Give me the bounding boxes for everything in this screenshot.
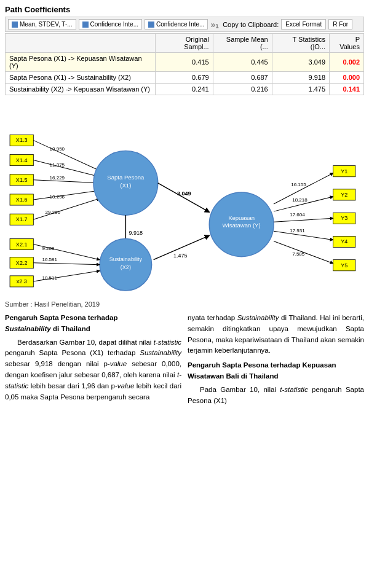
svg-text:16.155: 16.155: [291, 182, 306, 187]
section-title: Path Coefficients: [5, 5, 364, 14]
svg-text:3.049: 3.049: [177, 190, 191, 197]
svg-text:X1.5: X1.5: [16, 177, 28, 183]
btn-mean-label: Mean, STDEV, T-...: [20, 21, 73, 28]
svg-text:10.950: 10.950: [49, 146, 65, 152]
more-indicator: »₁: [210, 20, 219, 29]
btn-conf1[interactable]: Confidence Inte...: [79, 19, 142, 29]
col-header-original: Original Sampl...: [155, 34, 213, 53]
right-heading: Pengaruh Sapta Pesona terhadap Kepuasan …: [188, 360, 364, 382]
left-heading-text1: Pengaruh Sapta Pesona terhadap: [5, 314, 117, 321]
row-original: 0.415: [155, 53, 213, 72]
btn-conf2[interactable]: Confidence Inte...: [145, 19, 208, 29]
svg-text:10.511: 10.511: [42, 275, 57, 281]
svg-text:Sapta Pesona: Sapta Pesona: [107, 174, 145, 181]
svg-text:16.581: 16.581: [42, 257, 57, 262]
svg-text:Y3: Y3: [341, 215, 347, 221]
table-icon: [12, 22, 18, 28]
svg-text:7.585: 7.585: [292, 251, 305, 257]
row-pvalue: 0.141: [330, 84, 364, 95]
svg-text:11.375: 11.375: [49, 162, 65, 168]
diagram-svg: X1.3 X1.4 X1.5 X1.6 X1.7 10.950 11.375 1…: [5, 101, 364, 298]
svg-text:Y4: Y4: [341, 238, 347, 245]
right-heading-text: Pengaruh Sapta Pesona terhadap Kepuasan …: [188, 361, 336, 380]
row-label: Sustainability (X2) -> Kepuasan Wisatawa…: [6, 84, 156, 95]
svg-text:Wisatawan (Y): Wisatawan (Y): [223, 222, 261, 229]
svg-line-14: [33, 180, 100, 183]
content-area: Pengaruh Sapta Pesona terhadap Sustainab…: [5, 313, 364, 410]
svg-text:x2.3: x2.3: [17, 278, 27, 284]
col-header-label: [6, 34, 156, 53]
right-para1: nyata terhadap Sustainability di Thailan…: [188, 313, 364, 356]
svg-text:9.209: 9.209: [42, 246, 55, 251]
left-para1: Berdasarkan Gambar 10, dapat dilihat nil…: [5, 337, 181, 403]
svg-text:1.475: 1.475: [173, 253, 188, 259]
row-tstat: 1.475: [272, 84, 329, 95]
svg-line-18: [33, 198, 100, 219]
svg-text:X2.2: X2.2: [16, 260, 28, 266]
svg-line-16: [33, 190, 100, 200]
table-icon2: [82, 22, 89, 28]
svg-line-40: [33, 263, 100, 265]
left-heading-text2: di Thailand: [53, 325, 90, 332]
left-column: Pengaruh Sapta Pesona terhadap Sustainab…: [5, 313, 181, 410]
row-sample-mean: 0.216: [213, 84, 272, 95]
svg-text:Kepuasan: Kepuasan: [228, 214, 255, 221]
svg-line-12: [33, 160, 100, 177]
btn-mean[interactable]: Mean, STDEV, T-...: [8, 19, 76, 29]
svg-text:Y5: Y5: [341, 262, 347, 269]
svg-text:16.229: 16.229: [49, 175, 65, 181]
svg-text:Y2: Y2: [341, 192, 347, 198]
svg-text:X1.4: X1.4: [16, 157, 28, 163]
svg-text:9.918: 9.918: [129, 230, 143, 236]
svg-text:29.260: 29.260: [45, 210, 60, 215]
svg-text:X1.3: X1.3: [16, 137, 28, 143]
row-pvalue: 0.002: [330, 53, 364, 72]
source-text: Sumber : Hasil Penelitian, 2019: [5, 300, 364, 308]
row-label: Sapta Pesona (X1) -> Kepuasan Wisatawan …: [6, 53, 156, 72]
table-row: Sapta Pesona (X1) -> Sustainability (X2)…: [6, 72, 364, 84]
copy-label: Copy to Clipboard:: [223, 21, 279, 28]
col-header-tstat: T Statistics (|O...: [272, 34, 329, 53]
svg-text:(X2): (X2): [121, 264, 131, 270]
right-para2: Pada Gambar 10, nilai t-statistic pengar…: [188, 385, 364, 407]
row-original: 0.241: [155, 84, 213, 95]
toolbar: Mean, STDEV, T-... Confidence Inte... Co…: [5, 17, 364, 32]
col-header-pval: P Values: [330, 34, 364, 53]
svg-text:17.604: 17.604: [290, 212, 305, 218]
svg-line-23: [158, 183, 210, 212]
svg-text:Y1: Y1: [341, 168, 347, 174]
row-original: 0.679: [155, 72, 213, 84]
svg-text:X2.1: X2.1: [16, 241, 28, 248]
btn-conf2-label: Confidence Inte...: [156, 21, 204, 28]
row-sample-mean: 0.445: [213, 53, 272, 72]
svg-text:X1.7: X1.7: [16, 216, 28, 222]
row-sample-mean: 0.687: [213, 72, 272, 84]
row-pvalue: 0.000: [330, 72, 364, 84]
svg-text:18.218: 18.218: [292, 197, 308, 203]
svg-text:17.931: 17.931: [290, 228, 305, 233]
excel-btn[interactable]: Excel Format: [281, 19, 326, 29]
right-column: nyata terhadap Sustainability di Thailan…: [188, 313, 364, 410]
row-label: Sapta Pesona (X1) -> Sustainability (X2): [6, 72, 156, 84]
left-heading: Pengaruh Sapta Pesona terhadap Sustainab…: [5, 313, 181, 335]
table-row: Sapta Pesona (X1) -> Kepuasan Wisatawan …: [6, 53, 364, 72]
svg-text:Sustainability: Sustainability: [109, 256, 143, 262]
diagram-container: X1.3 X1.4 X1.5 X1.6 X1.7 10.950 11.375 1…: [5, 101, 364, 298]
svg-text:X1.6: X1.6: [16, 197, 28, 203]
row-tstat: 3.049: [272, 53, 329, 72]
table-icon3: [148, 22, 154, 28]
row-tstat: 9.918: [272, 72, 329, 84]
svg-text:(X1): (X1): [120, 182, 131, 189]
svg-text:10.296: 10.296: [49, 194, 65, 200]
coef-table: Original Sampl... Sample Mean (... T Sta…: [5, 33, 364, 95]
table-row: Sustainability (X2) -> Kepuasan Wisatawa…: [6, 84, 364, 95]
svg-line-10: [33, 140, 100, 170]
left-heading-em: Sustainability: [5, 325, 51, 332]
r-format-btn[interactable]: R For: [328, 19, 352, 29]
svg-line-61: [274, 218, 333, 222]
col-header-sample: Sample Mean (...: [213, 34, 272, 53]
btn-conf1-label: Confidence Inte...: [90, 21, 138, 28]
